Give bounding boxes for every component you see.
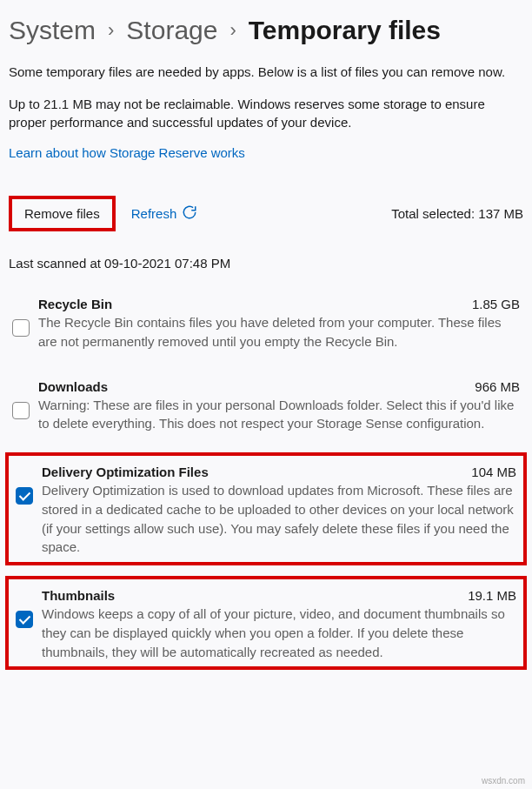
page-title: Temporary files [249,16,441,45]
intro-line-2: Up to 21.1 MB may not be reclaimable. Wi… [9,95,523,131]
file-title: Delivery Optimization Files [42,465,209,479]
file-description: Windows keeps a copy of all of your pict… [42,605,516,661]
file-title: Thumbnails [42,588,115,603]
refresh-button[interactable]: Refresh [131,204,198,223]
file-list: Recycle Bin 1.85 GB The Recycle Bin cont… [0,288,532,670]
last-scanned-text: Last scanned at 09-10-2021 07:48 PM [0,238,532,288]
actions-row: Remove files Refresh Total selected: 137… [0,161,532,238]
chevron-right-icon: › [229,19,236,42]
file-item-thumbnails: Thumbnails 19.1 MB Windows keeps a copy … [5,576,527,670]
file-item-downloads: Downloads 966 MB Warning: These are file… [5,371,527,453]
total-selected-label: Total selected: [391,206,478,221]
refresh-label: Refresh [131,206,177,221]
checkbox-thumbnails[interactable] [16,611,33,628]
file-description: Warning: These are files in your persona… [38,396,520,434]
file-size: 104 MB [471,465,516,479]
breadcrumb-storage[interactable]: Storage [126,16,217,45]
total-selected: Total selected: 137 MB [391,206,523,221]
total-selected-value: 137 MB [478,206,523,221]
chevron-right-icon: › [108,19,114,42]
file-item-delivery-optimization: Delivery Optimization Files 104 MB Deliv… [5,452,527,565]
breadcrumb: System › Storage › Temporary files [0,0,532,54]
intro-line-1: Some temporary files are needed by apps.… [9,63,523,81]
file-item-recycle-bin: Recycle Bin 1.85 GB The Recycle Bin cont… [5,288,527,371]
file-size: 1.85 GB [472,297,520,311]
storage-reserve-link[interactable]: Learn about how Storage Reserve works [0,145,254,160]
file-size: 19.1 MB [468,588,516,603]
file-description: Delivery Optimization is used to downloa… [42,481,516,557]
file-title: Recycle Bin [38,297,112,311]
checkbox-delivery-optimization[interactable] [16,487,33,505]
file-title: Downloads [38,379,108,394]
file-description: The Recycle Bin contains files you have … [38,313,520,351]
intro-text: Some temporary files are needed by apps.… [0,54,532,131]
remove-files-button[interactable]: Remove files [9,196,116,231]
file-size: 966 MB [475,379,520,394]
watermark: wsxdn.com [482,776,525,786]
refresh-icon [182,204,197,223]
breadcrumb-system[interactable]: System [9,16,96,45]
checkbox-downloads[interactable] [12,402,30,419]
checkbox-recycle-bin[interactable] [12,319,30,337]
